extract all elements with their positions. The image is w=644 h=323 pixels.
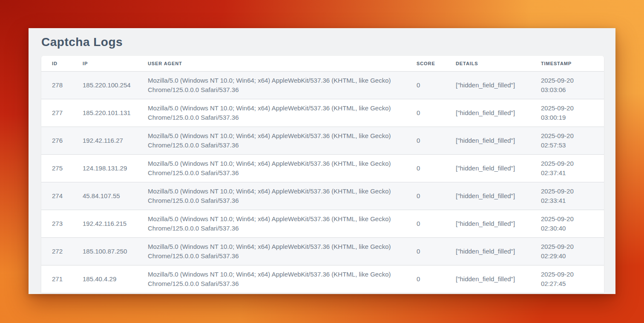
cell-details: ["hidden_field_filled"]	[445, 72, 530, 99]
cell-id: 271	[41, 265, 72, 293]
cell-user-agent: Mozilla/5.0 (Windows NT 10.0; Win64; x64…	[137, 99, 406, 127]
cell-details: ["hidden_field_filled"]	[445, 210, 530, 238]
cell-score: 0	[406, 127, 445, 155]
cell-score: 0	[406, 265, 445, 293]
column-header-score: SCORE	[406, 56, 445, 72]
table-row: 278 185.220.100.254 Mozilla/5.0 (Windows…	[41, 72, 604, 99]
cell-score: 0	[406, 155, 445, 182]
cell-user-agent: Mozilla/5.0 (Windows NT 10.0; Win64; x64…	[137, 238, 406, 265]
table-row: 274 45.84.107.55 Mozilla/5.0 (Windows NT…	[41, 182, 604, 210]
table-header-row: ID IP USER AGENT SCORE DETAILS TIMESTAMP	[41, 56, 604, 72]
column-header-id: ID	[41, 56, 72, 72]
cell-timestamp: 2025-09-20 02:37:41	[530, 155, 604, 182]
cell-ip: 192.42.116.215	[72, 210, 137, 238]
cell-timestamp: 2025-09-20 02:27:45	[530, 265, 604, 293]
cell-user-agent: Mozilla/5.0 (Windows NT 10.0; Win64; x64…	[137, 127, 406, 155]
cell-timestamp: 2025-09-20 02:33:41	[530, 182, 604, 210]
table-row: 277 185.220.101.131 Mozilla/5.0 (Windows…	[41, 99, 604, 127]
cell-details: ["hidden_field_filled"]	[445, 99, 530, 127]
cell-id: 274	[41, 182, 72, 210]
table-row: 271 185.40.4.29 Mozilla/5.0 (Windows NT …	[41, 265, 604, 293]
cell-details: ["hidden_field_filled"]	[445, 155, 530, 182]
cell-user-agent: Mozilla/5.0 (Windows NT 10.0; Win64; x64…	[137, 72, 406, 99]
column-header-details: DETAILS	[445, 56, 530, 72]
table-row: 272 185.100.87.250 Mozilla/5.0 (Windows …	[41, 238, 604, 265]
cell-id: 276	[41, 127, 72, 155]
cell-ip: 185.220.101.131	[72, 99, 137, 127]
cell-user-agent: Mozilla/5.0 (Windows NT 10.0; Win64; x64…	[137, 155, 406, 182]
table-row: 273 192.42.116.215 Mozilla/5.0 (Windows …	[41, 210, 604, 238]
cell-score: 0	[406, 99, 445, 127]
cell-details: ["hidden_field_filled"]	[445, 238, 530, 265]
cell-timestamp: 2025-09-20 02:29:40	[530, 238, 604, 265]
cell-score: 0	[406, 182, 445, 210]
cell-timestamp: 2025-09-20 03:00:19	[530, 99, 604, 127]
cell-details: ["hidden_field_filled"]	[445, 182, 530, 210]
cell-user-agent: Mozilla/5.0 (Windows NT 10.0; Win64; x64…	[137, 182, 406, 210]
column-header-user-agent: USER AGENT	[137, 56, 406, 72]
cell-id: 273	[41, 210, 72, 238]
captcha-logs-card: Captcha Logs ID IP USER AGENT SCORE DETA…	[29, 28, 615, 294]
column-header-ip: IP	[72, 56, 137, 72]
table-row: 275 124.198.131.29 Mozilla/5.0 (Windows …	[41, 155, 604, 182]
cell-timestamp: 2025-09-20 02:30:40	[530, 210, 604, 238]
cell-score: 0	[406, 210, 445, 238]
cell-id: 277	[41, 99, 72, 127]
logs-table-container: ID IP USER AGENT SCORE DETAILS TIMESTAMP…	[41, 56, 604, 293]
table-row: 276 192.42.116.27 Mozilla/5.0 (Windows N…	[41, 127, 604, 155]
cell-ip: 124.198.131.29	[72, 155, 137, 182]
cell-id: 275	[41, 155, 72, 182]
cell-score: 0	[406, 72, 445, 99]
page-background: Captcha Logs ID IP USER AGENT SCORE DETA…	[0, 0, 644, 323]
cell-user-agent: Mozilla/5.0 (Windows NT 10.0; Win64; x64…	[137, 265, 406, 293]
page-title: Captcha Logs	[29, 28, 615, 56]
cell-ip: 185.220.100.254	[72, 72, 137, 99]
cell-user-agent: Mozilla/5.0 (Windows NT 10.0; Win64; x64…	[137, 210, 406, 238]
cell-score: 0	[406, 238, 445, 265]
logs-table: ID IP USER AGENT SCORE DETAILS TIMESTAMP…	[41, 56, 604, 293]
cell-details: ["hidden_field_filled"]	[445, 127, 530, 155]
cell-ip: 192.42.116.27	[72, 127, 137, 155]
cell-details: ["hidden_field_filled"]	[445, 265, 530, 293]
cell-ip: 45.84.107.55	[72, 182, 137, 210]
cell-ip: 185.100.87.250	[72, 238, 137, 265]
cell-id: 278	[41, 72, 72, 99]
cell-id: 272	[41, 238, 72, 265]
column-header-timestamp: TIMESTAMP	[530, 56, 604, 72]
cell-timestamp: 2025-09-20 03:03:06	[530, 72, 604, 99]
cell-timestamp: 2025-09-20 02:57:53	[530, 127, 604, 155]
cell-ip: 185.40.4.29	[72, 265, 137, 293]
